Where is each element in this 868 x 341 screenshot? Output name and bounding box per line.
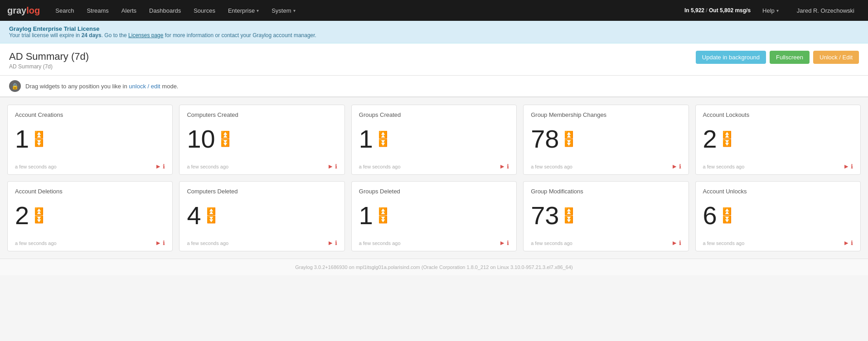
trend-arrows-account-unlocks: ⏫ ⏬: [723, 208, 732, 223]
widget-title-account-deletions: Account Deletions: [15, 188, 165, 195]
nav-sources[interactable]: Sources: [187, 0, 222, 21]
widget-footer-icons-account-lockouts: ▶ ℹ: [844, 163, 853, 170]
arrow-up: ⏫: [723, 131, 732, 139]
logo: graylog: [7, 5, 40, 16]
widget-timestamp-group-membership-changes: a few seconds ago: [531, 164, 572, 169]
widget-card-account-unlocks: Account Unlocks 6 ⏫ ⏬ a few seconds ago …: [695, 181, 861, 251]
widget-play-icon-account-deletions[interactable]: ▶: [156, 240, 160, 246]
unlock-edit-link[interactable]: unlock / edit: [129, 83, 160, 90]
widget-info-icon-computers-deleted[interactable]: ℹ: [335, 240, 337, 246]
nav-user[interactable]: Jared R. Orzechowski: [790, 0, 861, 21]
nav-right: In 5,922 / Out 5,802 msg/s Help▾ Jared R…: [684, 0, 861, 21]
widget-play-icon-computers-created[interactable]: ▶: [329, 163, 332, 169]
widget-info-icon-account-unlocks[interactable]: ℹ: [851, 240, 853, 246]
banner-body: Your trial license will expire in 24 day…: [9, 32, 859, 38]
widget-footer-account-deletions: a few seconds ago ▶ ℹ: [15, 240, 165, 246]
nav-dashboards[interactable]: Dashboards: [143, 0, 187, 21]
banner-title: Graylog Enterprise Trial License: [9, 25, 859, 32]
widget-info-icon-account-deletions[interactable]: ℹ: [163, 240, 165, 246]
nav-left: graylog Search Streams Alerts Dashboards…: [7, 0, 302, 21]
widget-footer-groups-created: a few seconds ago ▶ ℹ: [359, 163, 509, 170]
widget-title-account-unlocks: Account Unlocks: [703, 188, 853, 195]
widget-play-icon-group-membership-changes[interactable]: ▶: [673, 163, 676, 169]
widget-play-icon-group-modifications[interactable]: ▶: [673, 240, 676, 246]
dashboard-title-block: AD Summary (7d) AD Summary (7d): [9, 51, 89, 70]
widget-value-computers-deleted: 4: [187, 203, 201, 228]
widget-card-group-modifications: Group Modifications 73 ⏫ ⏬ a few seconds…: [523, 181, 689, 251]
enterprise-dropdown-arrow: ▾: [257, 8, 259, 13]
widget-play-icon-computers-deleted[interactable]: ▶: [329, 240, 332, 246]
widget-play-icon-account-unlocks[interactable]: ▶: [844, 240, 848, 246]
arrow-down: ⏬: [221, 139, 230, 147]
help-dropdown-arrow: ▾: [776, 8, 779, 13]
widget-info-icon-account-lockouts[interactable]: ℹ: [851, 163, 853, 170]
widget-info-icon-groups-created[interactable]: ℹ: [507, 163, 509, 170]
widget-footer-group-membership-changes: a few seconds ago ▶ ℹ: [531, 163, 681, 170]
widget-grid: Account Creations 1 ⏫ ⏬ a few seconds ag…: [0, 97, 868, 259]
system-dropdown-arrow: ▾: [293, 8, 296, 13]
widget-value-groups-deleted: 1: [359, 203, 373, 228]
nav-enterprise[interactable]: Enterprise▾: [222, 0, 265, 21]
widget-value-row-group-membership-changes: 78 ⏫ ⏬: [531, 123, 681, 155]
widget-footer-groups-deleted: a few seconds ago ▶ ℹ: [359, 240, 509, 246]
logo-gray-text: gray: [7, 5, 26, 16]
widget-value-account-unlocks: 6: [703, 203, 717, 228]
widget-play-icon-groups-deleted[interactable]: ▶: [500, 240, 504, 246]
arrow-down: ⏬: [564, 216, 573, 223]
widget-info-icon-account-creations[interactable]: ℹ: [163, 163, 165, 170]
arrow-down: ⏬: [34, 139, 44, 147]
banner-licenses-link[interactable]: Licenses page: [128, 32, 163, 38]
widget-timestamp-computers-created: a few seconds ago: [187, 164, 228, 169]
widget-title-group-modifications: Group Modifications: [531, 188, 681, 195]
widget-timestamp-account-creations: a few seconds ago: [15, 164, 57, 169]
widget-footer-account-lockouts: a few seconds ago ▶ ℹ: [703, 163, 853, 170]
widget-title-computers-created: Computers Created: [187, 111, 337, 118]
widget-timestamp-groups-created: a few seconds ago: [359, 164, 401, 169]
widget-value-group-modifications: 73: [531, 203, 559, 228]
widget-info-icon-group-modifications[interactable]: ℹ: [679, 240, 681, 246]
nav-system[interactable]: System▾: [265, 0, 301, 21]
banner-text-before: Your trial license will expire in: [9, 32, 82, 38]
nav-alerts[interactable]: Alerts: [115, 0, 143, 21]
widget-card-group-membership-changes: Group Membership Changes 78 ⏫ ⏬ a few se…: [523, 105, 689, 175]
widget-footer-account-creations: a few seconds ago ▶ ℹ: [15, 163, 165, 170]
footer-text: Graylog 3.0.2+1686930 on mpl1itsglg01a.p…: [295, 264, 572, 270]
widget-play-icon-account-lockouts[interactable]: ▶: [844, 163, 848, 169]
widget-info-icon-computers-created[interactable]: ℹ: [335, 163, 337, 170]
banner-text-after: for more information or contact your Gra…: [163, 32, 316, 38]
trend-arrows-groups-deleted: ⏫ ⏬: [378, 208, 388, 223]
widget-info-icon-group-membership-changes[interactable]: ℹ: [679, 163, 681, 170]
fullscreen-button[interactable]: Fullscreen: [770, 51, 810, 64]
widget-timestamp-account-deletions: a few seconds ago: [15, 240, 57, 246]
widget-value-row-groups-created: 1 ⏫ ⏬: [359, 123, 509, 155]
widget-value-account-deletions: 2: [15, 203, 29, 228]
widget-value-row-account-creations: 1 ⏫ ⏬: [15, 123, 165, 155]
nav-search[interactable]: Search: [49, 0, 80, 21]
unlock-edit-button[interactable]: Unlock / Edit: [813, 51, 859, 64]
arrow-up: ⏫: [34, 208, 44, 215]
trend-arrows-groups-created: ⏫ ⏬: [378, 131, 388, 147]
update-background-button[interactable]: Update in background: [696, 51, 766, 64]
nav-help[interactable]: Help▾: [756, 0, 785, 21]
widget-title-groups-deleted: Groups Deleted: [359, 188, 509, 195]
arrow-up: ⏫: [34, 131, 44, 139]
stat-out-value: 5,802: [720, 7, 733, 14]
nav-streams[interactable]: Streams: [80, 0, 115, 21]
widget-timestamp-account-lockouts: a few seconds ago: [703, 164, 745, 169]
widget-title-account-lockouts: Account Lockouts: [703, 111, 853, 118]
arrow-down: ⏬: [378, 216, 388, 223]
widget-value-account-lockouts: 2: [703, 126, 717, 152]
widget-footer-icons-computers-created: ▶ ℹ: [329, 163, 337, 170]
license-banner: Graylog Enterprise Trial License Your tr…: [0, 21, 868, 43]
widget-footer-icons-computers-deleted: ▶ ℹ: [329, 240, 337, 246]
trend-arrows-group-modifications: ⏫ ⏬: [564, 208, 573, 223]
widget-play-icon-groups-created[interactable]: ▶: [500, 163, 504, 169]
widget-card-account-lockouts: Account Lockouts 2 ⏫ ⏬ a few seconds ago…: [695, 105, 861, 175]
drag-tip-text: Drag widgets to any position you like in…: [25, 83, 178, 90]
widget-play-icon-account-creations[interactable]: ▶: [156, 163, 160, 169]
widget-value-computers-created: 10: [187, 126, 215, 152]
widget-value-group-membership-changes: 78: [531, 126, 559, 152]
widget-value-row-account-deletions: 2 ⏫ ⏬: [15, 199, 165, 232]
widget-info-icon-groups-deleted[interactable]: ℹ: [507, 240, 509, 246]
stat-in-value: 5,922: [691, 7, 704, 14]
